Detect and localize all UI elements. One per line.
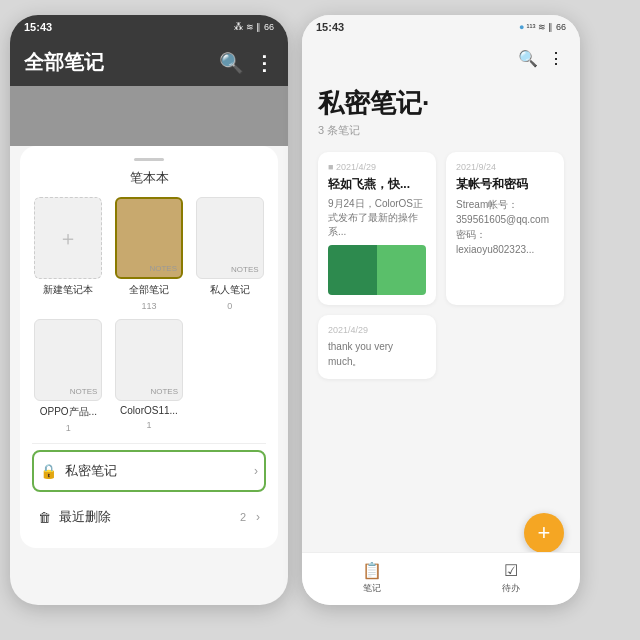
notebook-count-private: 0 xyxy=(227,301,232,311)
notebook-count-oppo: 1 xyxy=(66,423,71,433)
plus-icon: ＋ xyxy=(58,225,78,252)
notebook-name-new: 新建笔记本 xyxy=(43,283,93,297)
tasks-nav-icon: ☑ xyxy=(504,561,518,580)
bottom-nav: 📋 笔记 ☑ 待办 xyxy=(302,552,580,605)
notebook-name-oppo: OPPO产品... xyxy=(40,405,97,419)
notebook-cover-all: NOTES xyxy=(115,197,183,279)
right-app-header: 🔍 ⋮ xyxy=(302,39,580,78)
notebook-count-all: 113 xyxy=(141,301,156,311)
right-page-title: 私密笔记· xyxy=(318,86,564,121)
left-status-bar: 15:43 ⁂ ≋ ∥ 66 xyxy=(10,15,288,39)
notebook-cover-coloros: NOTES xyxy=(115,319,183,401)
delete-count: 2 xyxy=(240,511,246,523)
nav-item-tasks[interactable]: ☑ 待办 xyxy=(502,561,520,595)
note-card-3[interactable]: 2021/4/29 thank you very much。 xyxy=(318,315,436,379)
left-app-title: 全部笔记 xyxy=(24,49,104,76)
notes-nav-icon: 📋 xyxy=(362,561,382,580)
menu-icon[interactable]: ⋮ xyxy=(254,51,274,75)
right-time: 15:43 xyxy=(316,21,344,33)
modal-drag-handle[interactable] xyxy=(134,158,164,161)
left-phone: 15:43 ⁂ ≋ ∥ 66 全部笔记 🔍 ⋮ 笔本本 xyxy=(10,15,288,605)
notebook-name-all: 全部笔记 xyxy=(129,283,169,297)
notes-nav-label: 笔记 xyxy=(363,582,381,595)
tasks-nav-label: 待办 xyxy=(502,582,520,595)
image-dark-green xyxy=(328,245,377,295)
modal-divider xyxy=(32,443,266,444)
note-image-1 xyxy=(328,245,426,295)
nb-label-oppo: NOTES xyxy=(70,387,98,396)
modal-title: 笔本本 xyxy=(32,169,266,187)
note-preview-3: thank you very much。 xyxy=(328,339,426,369)
chevron-right-icon: › xyxy=(254,464,258,478)
right-menu-icon[interactable]: ⋮ xyxy=(548,49,564,68)
notebook-name-coloros: ColorOS11... xyxy=(120,405,178,416)
lock-icon: 🔒 xyxy=(40,463,57,479)
note-title-1: 轻如飞燕，快... xyxy=(328,176,426,193)
delete-action[interactable]: 🗑 最近删除 2 › xyxy=(32,498,266,536)
right-subtitle: 3 条笔记 xyxy=(318,123,564,138)
right-title-block: 私密笔记· 3 条笔记 xyxy=(302,78,580,142)
trash-icon: 🗑 xyxy=(38,510,51,525)
image-light-green xyxy=(377,245,426,295)
left-status-icons: ⁂ ≋ ∥ 66 xyxy=(234,22,274,32)
notebook-name-private: 私人笔记 xyxy=(210,283,250,297)
modal-backdrop xyxy=(10,86,288,146)
nav-item-notes[interactable]: 📋 笔记 xyxy=(362,561,382,595)
note-date-2: 2021/9/24 xyxy=(456,162,554,172)
notebook-count-coloros: 1 xyxy=(146,420,151,430)
secret-notes-action[interactable]: 🔒 私密笔记 › xyxy=(32,450,266,492)
right-phone: 15:43 ● ¹¹³ ≋ ∥ 66 🔍 ⋮ 私密笔记· 3 条笔记 ■ 202… xyxy=(302,15,580,605)
note-card-1[interactable]: ■ 2021/4/29 轻如飞燕，快... 9月24日，ColorOS正式发布了… xyxy=(318,152,436,305)
notebook-cover-new: ＋ xyxy=(34,197,102,279)
right-search-icon[interactable]: 🔍 xyxy=(518,49,538,68)
notebooks-grid: ＋ 新建笔记本 NOTES 全部笔记 113 xyxy=(32,197,266,433)
notebook-item-all[interactable]: NOTES 全部笔记 113 xyxy=(113,197,186,311)
note-card-2[interactable]: 2021/9/24 某帐号和密码 Stream帐号：359561605@qq.c… xyxy=(446,152,564,305)
left-header-icons: 🔍 ⋮ xyxy=(219,51,274,75)
fab-button[interactable]: + xyxy=(524,513,564,553)
notebook-modal: 笔本本 ＋ 新建笔记本 NOTES 全部笔 xyxy=(10,86,288,548)
delete-chevron-icon: › xyxy=(256,510,260,524)
note-title-2: 某帐号和密码 xyxy=(456,176,554,193)
modal-card: 笔本本 ＋ 新建笔记本 NOTES 全部笔 xyxy=(20,146,278,548)
nb-label-coloros: NOTES xyxy=(150,387,178,396)
note-date-1: ■ 2021/4/29 xyxy=(328,162,426,172)
note-preview-2: Stream帐号：359561605@qq.com 密码：lexiaoyu802… xyxy=(456,197,554,257)
right-header-icons: 🔍 ⋮ xyxy=(518,49,564,68)
right-status-bar: 15:43 ● ¹¹³ ≋ ∥ 66 xyxy=(302,15,580,39)
delete-label: 最近删除 xyxy=(59,508,111,526)
notebook-cover-private: NOTES xyxy=(196,197,264,279)
right-status-icons: ● ¹¹³ ≋ ∥ 66 xyxy=(519,22,566,32)
note-preview-1: 9月24日，ColorOS正式发布了最新的操作系... xyxy=(328,197,426,239)
notebook-item-oppo[interactable]: NOTES OPPO产品... 1 xyxy=(32,319,105,433)
left-app-header: 全部笔记 🔍 ⋮ xyxy=(10,39,288,86)
secret-notes-label: 私密笔记 xyxy=(65,462,117,480)
nb-label-all: NOTES xyxy=(149,264,177,273)
nb-label-private: NOTES xyxy=(231,265,259,274)
note-date-3: 2021/4/29 xyxy=(328,325,426,335)
search-icon[interactable]: 🔍 xyxy=(219,51,244,75)
notebook-cover-oppo: NOTES xyxy=(34,319,102,401)
notebook-item-coloros[interactable]: NOTES ColorOS11... 1 xyxy=(113,319,186,433)
notes-grid: ■ 2021/4/29 轻如飞燕，快... 9月24日，ColorOS正式发布了… xyxy=(302,142,580,389)
notebook-item-new[interactable]: ＋ 新建笔记本 xyxy=(32,197,105,311)
notebook-item-private[interactable]: NOTES 私人笔记 0 xyxy=(193,197,266,311)
left-time: 15:43 xyxy=(24,21,52,33)
